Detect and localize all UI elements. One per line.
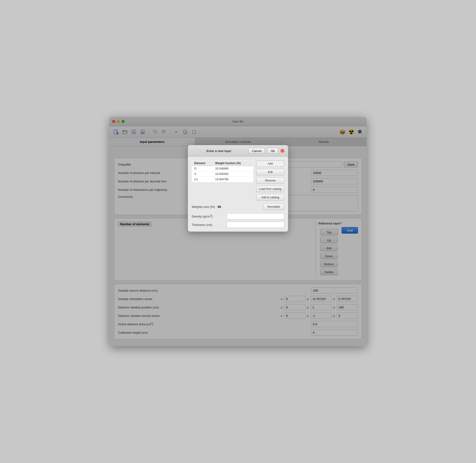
modal-ok-button[interactable]: Ok xyxy=(267,148,278,154)
modal-action-buttons: Add Edit Remove Load from catalog Add to… xyxy=(256,160,284,201)
elements-table: Element Weight fraction (%) O 20.048869 xyxy=(192,160,253,182)
main-window: New file + ✂ 📋 📦 ☢️ 🛠 xyxy=(109,117,367,346)
modal-form: Density (g/cm3) Thickness (cm) xyxy=(192,213,284,228)
table-row: O 20.048869 xyxy=(192,166,253,171)
density-row: Density (g/cm3) xyxy=(192,213,284,219)
normalize-button[interactable]: Normalize xyxy=(263,204,284,210)
modal-footer: Weights sum (%) 50 Normalize xyxy=(192,204,284,210)
element-edit-button[interactable]: Edit xyxy=(256,169,284,175)
density-input[interactable] xyxy=(227,213,284,219)
thickness-label: Thickness (cm) xyxy=(192,223,224,227)
density-label: Density (g/cm3) xyxy=(192,214,224,218)
modal-columns: Element Weight fraction (%) O 20.048869 xyxy=(192,160,284,201)
element-column-header: Element xyxy=(192,161,213,166)
weight-cell: 10.046363 xyxy=(213,171,253,177)
element-cell: S xyxy=(192,171,213,177)
modal-header: Enter a new layer Cancel Ok xyxy=(188,145,288,157)
element-add-button[interactable]: Add xyxy=(256,160,284,167)
weights-sum-value: 50 xyxy=(218,205,221,209)
weights-sum-label: Weights sum (%) xyxy=(192,205,215,209)
weight-cell: 19.904768 xyxy=(213,177,253,182)
modal-cancel-button[interactable]: Cancel xyxy=(248,148,265,154)
load-catalog-button[interactable]: Load from catalog xyxy=(256,186,284,192)
table-row: S 10.046363 xyxy=(192,171,253,177)
element-remove-button[interactable]: Remove xyxy=(256,177,284,184)
modal-overlay: Enter a new layer Cancel Ok Element Weig… xyxy=(109,117,367,346)
thickness-input[interactable] xyxy=(227,222,284,228)
modal-table-area: Element Weight fraction (%) O 20.048869 xyxy=(192,160,253,201)
element-cell: Cu xyxy=(192,177,213,182)
modal-title: Enter a new layer xyxy=(192,149,246,153)
modal-close-button[interactable] xyxy=(281,149,284,153)
weight-cell: 20.048869 xyxy=(213,166,253,171)
table-row: Cu 19.904768 xyxy=(192,177,253,182)
thickness-row: Thickness (cm) xyxy=(192,222,284,228)
weight-column-header: Weight fraction (%) xyxy=(213,161,253,166)
modal-body: Element Weight fraction (%) O 20.048869 xyxy=(188,157,288,232)
element-cell: O xyxy=(192,166,213,171)
add-catalog-button[interactable]: Add to catalog xyxy=(256,194,284,201)
new-layer-modal: Enter a new layer Cancel Ok Element Weig… xyxy=(188,145,288,232)
